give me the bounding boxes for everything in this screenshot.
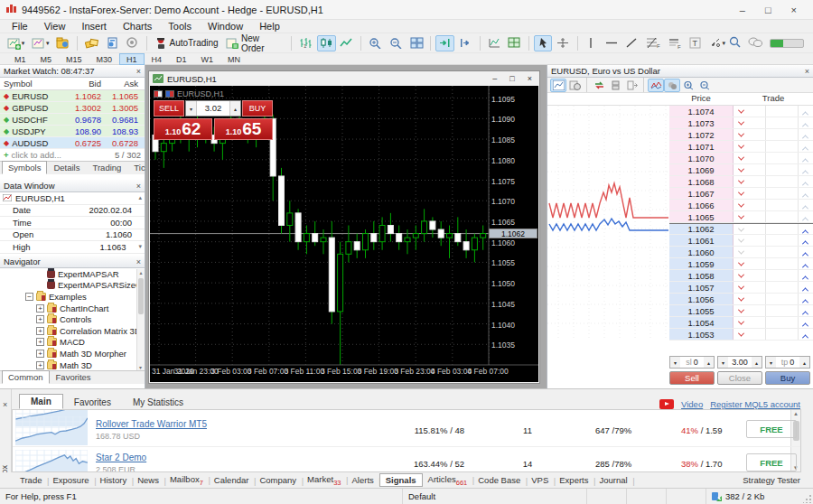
dom-price-row[interactable]: 1.1072 (669, 129, 813, 141)
navigator-item[interactable]: −Examples (0, 291, 145, 303)
dom-tick-toggle-icon[interactable] (648, 79, 664, 92)
sell-chevron-icon[interactable] (738, 190, 744, 196)
sell-chevron-icon[interactable] (738, 284, 744, 290)
dom-zoom-out-icon[interactable] (696, 79, 713, 92)
bottom-tab-vps[interactable]: VPS| (526, 474, 554, 486)
free-button[interactable]: FREE (746, 453, 797, 471)
dom-price-row[interactable]: 1.1060 (669, 247, 813, 258)
close-icon[interactable]: × (136, 67, 141, 76)
dom-buy-cell[interactable] (798, 317, 813, 328)
dom-price-row[interactable]: 1.1061 (669, 235, 813, 247)
menu-help[interactable]: Help (251, 21, 288, 32)
expand-icon[interactable]: + (36, 361, 44, 369)
maximize-button[interactable]: □ (765, 5, 771, 15)
auto-scroll-button[interactable] (435, 35, 454, 51)
dom-buy-cell[interactable] (798, 247, 813, 257)
toolbox-close-icon[interactable]: × (3, 400, 7, 409)
bottom-tab-alerts[interactable]: Alerts| (346, 474, 378, 486)
dom-price-row[interactable]: 1.1058 (669, 270, 813, 282)
sell-chevron-icon[interactable] (738, 272, 744, 278)
sell-chevron-icon[interactable] (738, 248, 744, 255)
dom-buy-cell[interactable] (798, 153, 813, 163)
dom-depth-icon[interactable] (607, 79, 623, 92)
dom-price-row[interactable]: 1.1074 (669, 106, 813, 117)
dom-sell-cell[interactable] (733, 247, 765, 257)
sell-chevron-icon[interactable] (738, 201, 744, 208)
signal-row[interactable]: Rollover Trade Warrior MT5168.78 USD115.… (13, 415, 800, 447)
new-order-button[interactable]: New Order (222, 35, 286, 51)
dom-volume-cell[interactable] (765, 282, 798, 293)
timeframe-H4[interactable]: H4 (145, 53, 170, 65)
dom-buy-cell[interactable] (798, 188, 813, 199)
dom-volume-cell[interactable] (765, 129, 798, 140)
menu-file[interactable]: File (4, 21, 36, 32)
bottom-tab-articles[interactable]: Articles661| (423, 473, 473, 488)
dom-volume-cell[interactable] (765, 258, 798, 269)
signal-name-link[interactable]: Rollover Trade Warrior MT5 (96, 419, 207, 429)
templates-button[interactable] (506, 35, 525, 51)
search-icon[interactable] (729, 36, 741, 50)
dom-price-row[interactable]: 1.1066 (669, 200, 813, 211)
text-button[interactable]: T (687, 35, 705, 51)
dom-price-row[interactable]: 1.1057 (669, 282, 813, 294)
sell-chevron-icon[interactable] (738, 260, 744, 266)
dom-transfer-icon[interactable] (623, 79, 640, 92)
dom-buy-cell[interactable] (798, 129, 813, 140)
sell-chevron-icon[interactable] (738, 178, 744, 184)
free-button[interactable]: FREE (746, 420, 797, 438)
dom-buy-cell[interactable] (798, 294, 813, 304)
buy-button[interactable]: BUY (242, 100, 273, 117)
spinner-down-icon[interactable]: ▾ (670, 357, 680, 368)
dom-price-row[interactable]: 1.1059 (669, 258, 813, 270)
cursor-button[interactable] (534, 35, 552, 51)
dom-price-row[interactable]: 1.1067 (669, 188, 813, 200)
close-button[interactable]: × (791, 5, 797, 15)
dom-buy-cell[interactable] (798, 200, 813, 210)
bottom-tab-mailbox[interactable]: Mailbox7| (164, 473, 209, 488)
sell-chevron-icon[interactable] (738, 107, 744, 114)
dom-buy-cell[interactable] (798, 282, 813, 293)
sell-chevron-icon[interactable] (738, 213, 744, 219)
navigator-scrollbar[interactable]: ▴▾ (136, 269, 145, 370)
video-link[interactable]: Video (681, 399, 703, 409)
dom-buy-cell[interactable] (798, 235, 813, 246)
timeframe-M30[interactable]: M30 (89, 53, 120, 65)
sell-chevron-icon[interactable] (738, 143, 744, 149)
dom-buy-cell[interactable] (798, 258, 813, 269)
sell-price-button[interactable]: 1.10 62 (154, 118, 212, 140)
dom-volume-cell[interactable] (765, 200, 798, 210)
market-watch-button[interactable] (82, 35, 101, 51)
favorite-star-icon[interactable]: ☆ (800, 457, 801, 470)
tab-favorites[interactable]: Favorites (50, 370, 98, 384)
close-icon[interactable]: × (805, 67, 809, 76)
col-ask[interactable]: Ask (101, 79, 141, 89)
dom-price-row[interactable]: 1.1065 (669, 211, 813, 223)
signal-name-link[interactable]: Star 2 Demo (96, 453, 146, 462)
dom-sell-cell[interactable] (733, 211, 765, 222)
dom-volume-cell[interactable] (765, 317, 798, 328)
sell-chevron-icon[interactable] (738, 331, 744, 337)
add-symbol-label[interactable]: click to add... (12, 150, 61, 160)
candles-button[interactable] (317, 35, 336, 51)
tab-main[interactable]: Main (19, 394, 63, 409)
bottom-tab-calendar[interactable]: Calendar| (209, 474, 255, 486)
bottom-tab-code-base[interactable]: Code Base| (472, 474, 526, 486)
dom-sell-cell[interactable] (733, 282, 765, 293)
dom-chart-mode-icon[interactable] (550, 79, 566, 92)
new-chart-button[interactable]: ▾ (5, 35, 27, 51)
navigator-item[interactable]: ExpertMAPSARSizeOptim (0, 280, 145, 292)
fibonacci-button[interactable]: F (643, 35, 663, 51)
dom-sell-button[interactable]: Sell (669, 371, 715, 385)
sell-chevron-icon[interactable] (738, 319, 744, 325)
menu-window[interactable]: Window (200, 21, 251, 32)
sell-button[interactable]: SELL (154, 100, 184, 117)
chart-window[interactable]: EURUSD,H1 – □ × 1.10951.10901.10851.1080… (148, 70, 540, 384)
dom-volume-cell[interactable] (765, 164, 798, 175)
dom-col-trade[interactable]: Trade (733, 93, 813, 105)
profiles-button[interactable]: ▾ (29, 35, 51, 51)
dom-sell-cell[interactable] (733, 129, 765, 140)
dom-price-row[interactable]: 1.1053 (669, 329, 813, 341)
sell-chevron-icon[interactable] (738, 154, 744, 161)
dom-sell-cell[interactable] (733, 117, 765, 128)
expand-icon[interactable]: + (36, 327, 44, 335)
